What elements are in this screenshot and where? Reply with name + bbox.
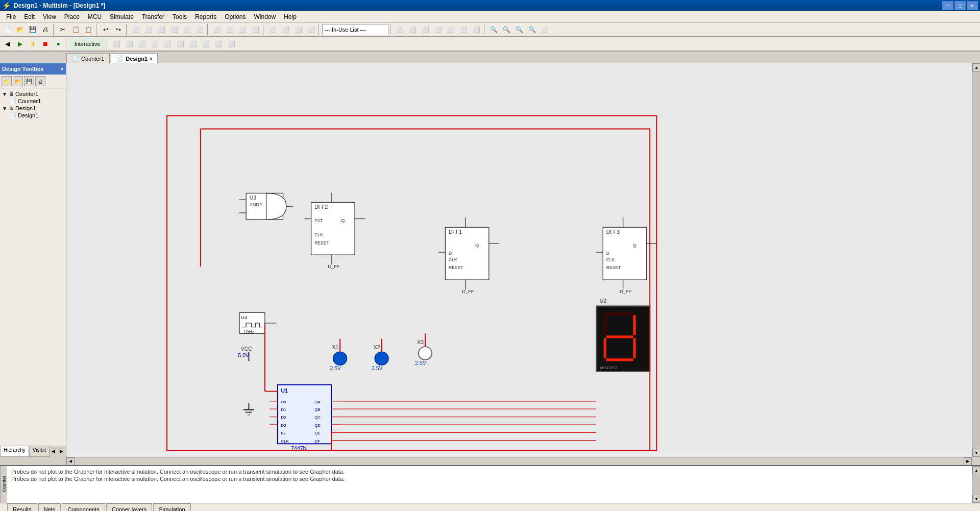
toolbox-icon-3[interactable]: 💾 — [24, 76, 34, 86]
bottom-panel-close[interactable]: Counter — [0, 466, 7, 503]
menu-file[interactable]: File — [2, 12, 20, 21]
hier-tab-hierarchy[interactable]: Hierarchy — [0, 446, 29, 457]
vertical-scrollbar[interactable]: ▲ ▼ — [972, 63, 980, 457]
tb3-btn1[interactable]: ⬜ — [130, 24, 142, 35]
menu-options[interactable]: Options — [220, 12, 250, 21]
tab-counter1[interactable]: 📄 Counter1 — [66, 53, 110, 63]
tb4-btn4[interactable]: ⬜ — [249, 24, 261, 35]
grapher-btn7[interactable]: ⬜ — [187, 38, 199, 50]
bottom-scroll-up[interactable]: ▲ — [972, 466, 980, 474]
tree-counter1-root[interactable]: ▼ 🖥 Counter1 — [2, 90, 64, 98]
horizontal-scrollbar[interactable]: ◀ ▶ — [66, 457, 972, 465]
hier-nav-left[interactable]: ◀ — [50, 446, 58, 457]
grapher-btn1[interactable]: ⬜ — [110, 38, 122, 50]
menu-tools[interactable]: Tools — [168, 12, 191, 21]
tb4-btn3[interactable]: ⬜ — [236, 24, 249, 35]
zoom-out-button[interactable]: 🔍 — [500, 24, 512, 35]
grapher-btn2[interactable]: ⬜ — [123, 38, 135, 50]
grapher-btn5[interactable]: ⬜ — [161, 38, 174, 50]
results-tab[interactable]: Results — [7, 503, 37, 511]
menu-mcu[interactable]: MCU — [84, 12, 106, 21]
stop-btn[interactable]: ⏹ — [39, 38, 52, 50]
undo-button[interactable]: ↩ — [100, 24, 112, 35]
tb5-btn2[interactable]: ⬜ — [279, 24, 291, 35]
tree-design1-child[interactable]: 📄 Design1 — [2, 112, 64, 119]
grapher-btn6[interactable]: ⬜ — [174, 38, 186, 50]
new-button[interactable]: 📄 — [1, 24, 13, 35]
menu-help[interactable]: Help — [280, 12, 301, 21]
tb3-btn3[interactable]: ⬜ — [155, 24, 167, 35]
scroll-track[interactable] — [972, 71, 980, 449]
toolbox-icon-2[interactable]: 📂 — [13, 76, 23, 86]
tab-design1-close[interactable]: × — [150, 56, 152, 61]
copper-layers-tab[interactable]: Copper layers — [106, 503, 152, 511]
tb5-btn4[interactable]: ⬜ — [305, 24, 317, 35]
tb5-btn1[interactable]: ⬜ — [266, 24, 279, 35]
toolbox-icon-1[interactable]: 📁 — [2, 76, 12, 86]
tb6-btn5[interactable]: ⬜ — [445, 24, 457, 35]
tb3-btn4[interactable]: ⬜ — [168, 24, 180, 35]
zoom-in-button[interactable]: 🔍 — [487, 24, 500, 35]
maximize-button[interactable]: □ — [954, 1, 966, 10]
menu-view[interactable]: View — [39, 12, 60, 21]
print-button[interactable]: 🖨 — [39, 24, 52, 35]
menu-place[interactable]: Place — [60, 12, 84, 21]
grapher-btn10[interactable]: ⬜ — [225, 38, 237, 50]
tb6-btn3[interactable]: ⬜ — [419, 24, 431, 35]
scroll-right-button[interactable]: ▶ — [964, 457, 972, 466]
zoom-fit-button[interactable]: 🔍 — [513, 24, 525, 35]
tree-design1-root[interactable]: ▼ 🖥 Design1 — [2, 105, 64, 112]
tb3-btn5[interactable]: ⬜ — [181, 24, 193, 35]
copy-button[interactable]: 📋 — [69, 24, 82, 35]
tb3-btn6[interactable]: ⬜ — [193, 24, 206, 35]
simulation-tab[interactable]: Simulation — [153, 503, 190, 511]
tree-counter1-child[interactable]: 📄 Counter1 — [2, 98, 64, 105]
components-tab[interactable]: Components — [62, 503, 105, 511]
pause-btn[interactable]: ⏸ — [27, 38, 39, 50]
cut-button[interactable]: ✂ — [57, 24, 69, 35]
in-use-list-dropdown[interactable]: --- In-Use List --- — [322, 24, 388, 35]
tb6-btn7[interactable]: ⬜ — [470, 24, 482, 35]
bottom-scroll-down[interactable]: ▼ — [972, 495, 980, 503]
play-btn[interactable]: ▶ — [14, 38, 26, 50]
hier-tab-visibility[interactable]: Visibil — [29, 446, 50, 457]
minimize-button[interactable]: − — [942, 1, 953, 10]
open-button[interactable]: 📂 — [14, 24, 26, 35]
tb6-btn1[interactable]: ⬜ — [394, 24, 406, 35]
scroll-up-button[interactable]: ▲ — [972, 63, 980, 71]
toolbox-icons[interactable]: 📁 📂 💾 🖨 — [0, 75, 66, 88]
interactive-btn[interactable]: Interactive — [69, 38, 105, 50]
tb6-btn4[interactable]: ⬜ — [432, 24, 444, 35]
tb4-btn1[interactable]: ⬜ — [211, 24, 223, 35]
toolbox-close-btn[interactable]: × — [61, 66, 64, 72]
grapher-btn4[interactable]: ⬜ — [149, 38, 161, 50]
grapher-btn9[interactable]: ⬜ — [212, 38, 225, 50]
menu-reports[interactable]: Reports — [191, 12, 220, 21]
tb6-btn6[interactable]: ⬜ — [457, 24, 470, 35]
hier-nav-right[interactable]: ▶ — [58, 446, 66, 457]
save-button[interactable]: 💾 — [27, 24, 39, 35]
nets-tab[interactable]: Nets — [38, 503, 61, 511]
zoom-menu-button[interactable]: ⬜ — [538, 24, 551, 35]
record-btn[interactable]: ● — [52, 38, 64, 50]
scroll-down-button[interactable]: ▼ — [972, 449, 980, 457]
toolbox-icon-4[interactable]: 🖨 — [35, 76, 45, 86]
menu-simulate[interactable]: Simulate — [106, 12, 138, 21]
menu-edit[interactable]: Edit — [20, 12, 39, 21]
prev-btn[interactable]: ◀ — [1, 38, 13, 50]
tb6-btn2[interactable]: ⬜ — [406, 24, 419, 35]
redo-button[interactable]: ↪ — [112, 24, 125, 35]
grapher-btn3[interactable]: ⬜ — [136, 38, 148, 50]
bottom-right-scrollbar[interactable]: ▲ ▼ — [972, 466, 980, 503]
paste-button[interactable]: 📋 — [82, 24, 94, 35]
schematic-canvas-area[interactable]: U3 AND2 DFF2 CLK — [66, 63, 972, 457]
zoom-area-button[interactable]: 🔍 — [526, 24, 538, 35]
tab-design1[interactable]: 📄 Design1 × — [111, 53, 158, 63]
tb5-btn3[interactable]: ⬜ — [292, 24, 304, 35]
titlebar-buttons[interactable]: − □ × — [942, 1, 978, 10]
grapher-btn8[interactable]: ⬜ — [200, 38, 212, 50]
menu-window[interactable]: Window — [250, 12, 280, 21]
close-button[interactable]: × — [967, 1, 978, 10]
scroll-left-button[interactable]: ◀ — [66, 457, 75, 466]
tb3-btn2[interactable]: ⬜ — [142, 24, 155, 35]
